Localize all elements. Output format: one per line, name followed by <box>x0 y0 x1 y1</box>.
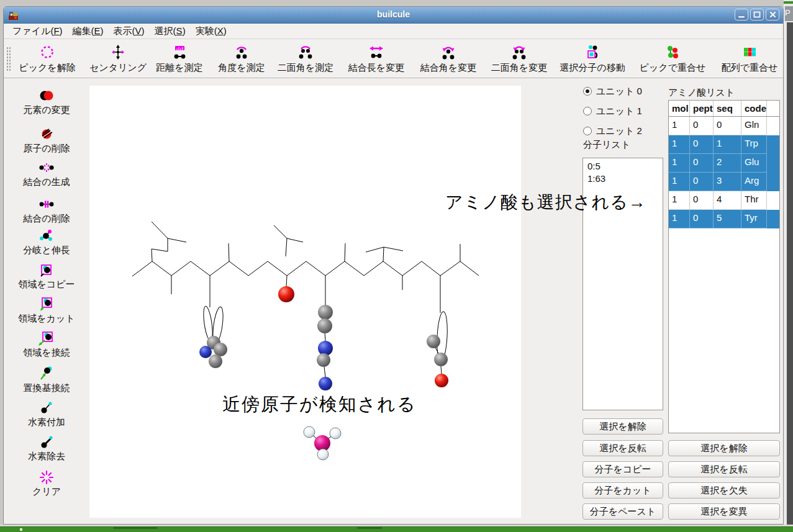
sidebar-item-branch-extend[interactable]: 分岐と伸長 <box>4 228 89 256</box>
sidebar-item-cut-region[interactable]: 領域をカット <box>4 296 89 324</box>
menu-file[interactable]: ファイル(F) <box>7 24 68 38</box>
toolbar-button-move-selected-molecule[interactable]: 選択分子の移動 <box>555 42 630 73</box>
atom-gray[interactable] <box>427 335 440 348</box>
close-button[interactable] <box>766 9 779 20</box>
sidebar-item-remove-hydrogen[interactable]: 水素除去 <box>4 434 89 462</box>
atom-white[interactable] <box>317 449 329 460</box>
atom-gray[interactable] <box>209 354 222 368</box>
toolbar-button-change-bond-length[interactable]: 結合長を変更 <box>339 42 414 73</box>
toolbar-button-measure-angle[interactable]: 角度を測定 <box>204 42 279 73</box>
atom-blue[interactable] <box>318 341 333 356</box>
atom-gray[interactable] <box>317 353 330 367</box>
amino-row[interactable]: 1 0 0 Gln <box>669 117 779 135</box>
toolbar-button-superpose-by-pick[interactable]: ピックで重合せ <box>635 42 710 73</box>
paste-molecule-button[interactable]: 分子をペースト <box>582 503 663 520</box>
atom-blue[interactable] <box>319 377 332 390</box>
atom-white[interactable] <box>330 428 341 439</box>
amino-list-label: アミノ酸リスト <box>668 87 735 99</box>
column-header-code: code <box>741 101 767 116</box>
deselect-amino-button[interactable]: 選択を解除 <box>668 440 780 456</box>
toolbar-button-change-dihedral[interactable]: 二面角を変更 <box>482 42 556 73</box>
clear-icon <box>4 469 89 485</box>
attach-substituent-icon <box>4 366 89 382</box>
copy-molecule-button[interactable]: 分子をコピー <box>582 461 663 477</box>
toolbar-button-measure-dihedral[interactable]: 二面角を測定 <box>268 42 343 73</box>
amino-row[interactable]: 1 0 2 Glu <box>669 154 779 173</box>
invert-molecule-selection-button[interactable]: 選択を反転 <box>582 440 663 456</box>
atom-red[interactable] <box>435 374 448 387</box>
change-bond-length-icon <box>339 42 414 62</box>
atom-spheres <box>199 286 448 460</box>
toolbar-button-superpose-by-sequence[interactable]: 配列で重合せ <box>712 42 787 73</box>
deselect-molecule-button[interactable]: 選択を解除 <box>582 418 663 435</box>
toolbar: ピックを解除 センタリング <box>4 39 783 78</box>
molecule-canvas[interactable] <box>89 86 521 518</box>
amino-table-header: mol pept seq code <box>669 101 779 117</box>
create-bond-icon <box>4 160 89 176</box>
titlebar[interactable]: builcule <box>4 7 783 24</box>
sidebar-item-attach-substituent[interactable]: 置換基接続 <box>4 366 89 394</box>
app-window: builcule ファイル(F) 編集(E) 表示(V) 選択(S) 実験(X) <box>3 6 784 525</box>
taskbar[interactable] <box>0 525 793 532</box>
background-window-title-fragment: P <box>785 6 793 21</box>
menubar: ファイル(F) 編集(E) 表示(V) 選択(S) 実験(X) <box>4 24 783 39</box>
molecule-drawing <box>89 86 521 518</box>
maximize-button[interactable] <box>750 9 764 20</box>
amino-acid-table: mol pept seq code 1 0 0 Gln 1 0 1 Trp 1 … <box>668 100 780 433</box>
connect-region-icon <box>4 330 89 346</box>
atom-blue[interactable] <box>199 346 212 358</box>
atom-gray[interactable] <box>214 343 227 356</box>
superpose-by-sequence-icon <box>712 42 787 62</box>
column-header-seq: seq <box>714 101 741 116</box>
sidebar-item-delete-bond[interactable]: 結合の削除 <box>4 196 89 224</box>
menu-select[interactable]: 選択(S) <box>150 24 191 38</box>
amino-row[interactable]: 1 0 4 Thr <box>669 191 779 210</box>
amino-row[interactable]: 1 0 3 Arg <box>669 173 779 191</box>
unit-radio-2[interactable]: ユニット 2 <box>583 125 642 137</box>
move-selected-molecule-icon <box>555 42 630 62</box>
mutate-selection-button[interactable]: 選択を変異 <box>668 503 780 520</box>
atom-white[interactable] <box>304 426 315 438</box>
menu-view[interactable]: 表示(V) <box>109 24 150 38</box>
taskbar-mark <box>20 528 22 531</box>
molecule-list-label: 分子リスト <box>583 139 630 151</box>
atom-gray[interactable] <box>318 305 333 320</box>
sidebar-item-add-hydrogen[interactable]: 水素付加 <box>4 400 89 428</box>
radio-circle <box>583 127 592 135</box>
amino-row[interactable]: 1 0 5 Tyr <box>669 210 779 228</box>
annotation-amino-selected: アミノ酸も選択される→ <box>445 191 646 214</box>
sidebar-item-copy-region[interactable]: 領域をコピー <box>4 262 89 290</box>
sidebar-item-change-element[interactable]: 元素の変更 <box>4 88 89 115</box>
window-title: builcule <box>4 9 783 19</box>
sidebar-item-create-bond[interactable]: 結合の生成 <box>4 160 89 187</box>
sidebar-item-connect-region[interactable]: 領域を接続 <box>4 330 89 358</box>
minimize-button[interactable] <box>735 9 748 20</box>
menu-edit[interactable]: 編集(E) <box>68 24 109 38</box>
column-header-pept: pept <box>690 101 714 116</box>
atom-gray[interactable] <box>434 353 448 366</box>
sidebar-item-clear[interactable]: クリア <box>4 469 89 497</box>
superpose-by-pick-icon <box>635 42 710 62</box>
taskbar-mark <box>357 527 382 529</box>
change-dihedral-icon <box>482 42 556 62</box>
sidebar-item-delete-atom[interactable]: 原子の削除 <box>4 126 89 154</box>
desktop: P builcule <box>0 0 793 532</box>
unit-radio-0[interactable]: ユニット 0 <box>583 86 642 97</box>
invert-amino-selection-button[interactable]: 選択を反転 <box>668 461 780 477</box>
change-element-icon <box>4 88 89 104</box>
amino-row[interactable]: 1 0 1 Trp <box>669 135 779 154</box>
atom-gray[interactable] <box>317 318 332 333</box>
toolbar-button-change-bond-angle[interactable]: 結合角を変更 <box>411 42 486 73</box>
delete-atom-icon <box>4 126 89 142</box>
cut-molecule-button[interactable]: 分子をカット <box>582 482 663 498</box>
delete-selection-button[interactable]: 選択を欠失 <box>668 482 780 498</box>
change-bond-angle-icon <box>411 42 486 62</box>
menu-experiment[interactable]: 実験(X) <box>191 24 232 38</box>
atom-red[interactable] <box>278 286 294 302</box>
toolbar-button-pick-clear[interactable]: ピックを解除 <box>10 42 84 73</box>
molecule-list-item[interactable]: 1:63 <box>587 173 658 185</box>
window-controls <box>735 9 779 20</box>
unit-radio-1[interactable]: ユニット 1 <box>583 106 642 117</box>
taskbar-mark <box>114 527 157 529</box>
molecule-list-item[interactable]: 0:5 <box>587 160 658 173</box>
